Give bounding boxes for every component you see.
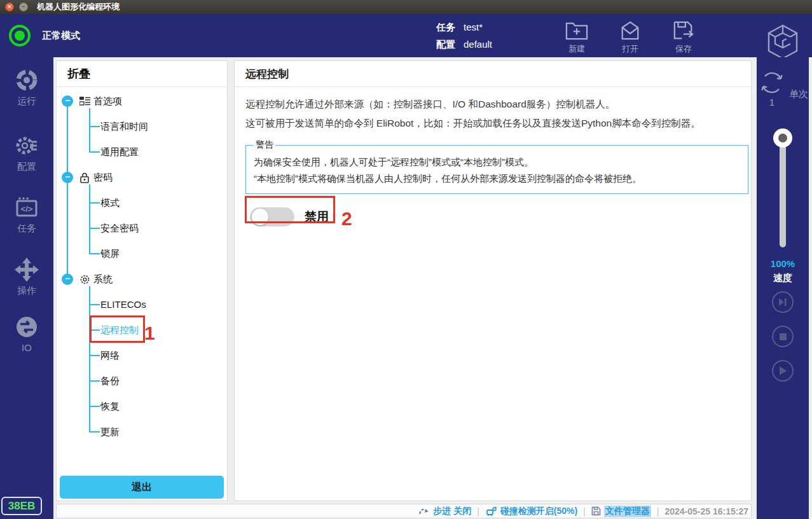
new-task-button[interactable]: 新建 (557, 20, 596, 55)
stop-button[interactable] (772, 326, 794, 347)
new-label: 新建 (568, 44, 585, 53)
task-value: test* (464, 22, 483, 32)
header-actions: 新建 打开 保存 (557, 20, 703, 55)
collapse-node-icon[interactable]: − (62, 273, 73, 285)
right-sidebar: 1 单次 100% 速度 (757, 57, 809, 519)
tree-group-password[interactable]: − 密码 (57, 171, 227, 184)
settings-tree-panel: 折叠 − 首选项 语言和时间 通用配置 (56, 60, 228, 501)
gear-icon (14, 133, 39, 158)
window-titlebar: ✕ − 机器人图形化编程环境 (0, 0, 812, 14)
status-badge[interactable]: 38EB (1, 497, 42, 515)
run-icon (14, 67, 39, 93)
tree-group-preferences[interactable]: − 首选项 (57, 95, 227, 107)
status-bar: 步进 关闭 | 碰撞检测开启(50%) | 文件管理器 | 2024-05-25… (56, 504, 752, 518)
tree-item-network[interactable]: 网络 (57, 349, 227, 362)
floppy-icon (591, 506, 601, 516)
nav-item-operate[interactable]: 操作 (0, 257, 53, 297)
step-mode-icon (418, 507, 430, 516)
svg-text:</>: </> (21, 204, 33, 214)
mode-indicator: 正常模式 (9, 25, 80, 46)
speed-slider-track[interactable] (780, 138, 786, 247)
toggle-state-label: 禁用 (305, 209, 329, 225)
separator: | (657, 506, 659, 516)
file-manager-button[interactable]: 文件管理器 (591, 506, 651, 517)
tree-item-general-config[interactable]: 通用配置 (57, 146, 227, 158)
warning-box: 警告 为确保安全使用，机器人可处于“远程控制”模式或“本地控制”模式。 “本地控… (245, 139, 748, 194)
tree-item-safety-password[interactable]: 安全密码 (57, 222, 227, 235)
task-config-info: 任务test* 配置default (436, 18, 492, 53)
speed-slider-knob[interactable] (773, 128, 792, 148)
play-button[interactable] (772, 360, 794, 382)
app-header: 正常模式 任务test* 配置default 新建 打开 (0, 14, 812, 57)
nav-config-label: 配置 (17, 161, 36, 172)
description-line: 远程控制允许通过外部来源（如：控制器接口、I/O 和Dashboard服务）控制… (245, 95, 748, 114)
tree-group-label: 系统 (93, 273, 113, 286)
tree-item-recovery[interactable]: 恢复 (57, 400, 227, 413)
robot-icon (485, 506, 497, 516)
nav-io-label: IO (22, 342, 32, 353)
lock-icon (79, 172, 90, 183)
config-label: 配置 (436, 39, 455, 50)
left-sidebar: 运行 配置 </> 任务 操作 IO 38EB (0, 57, 53, 519)
tree-group-label: 密码 (93, 171, 113, 184)
remote-control-toggle[interactable] (250, 207, 294, 226)
tree-connector (89, 184, 90, 254)
open-task-button[interactable]: 打开 (610, 20, 650, 55)
settings-tree: − 首选项 语言和时间 通用配置 − 密码 模式 安全密码 (57, 61, 227, 501)
nav-task-label: 任务 (17, 223, 36, 233)
exit-button[interactable]: 退出 (60, 476, 224, 499)
play-icon (778, 366, 787, 376)
list-icon (79, 96, 90, 106)
tree-group-label: 首选项 (93, 95, 122, 107)
nav-item-task[interactable]: </> 任务 (0, 195, 53, 235)
collapse-node-icon[interactable]: − (62, 172, 73, 183)
collision-status[interactable]: 碰撞检测开启(50%) (485, 506, 577, 517)
save-icon (671, 20, 696, 41)
gear-icon (79, 274, 90, 285)
close-icon[interactable]: ✕ (5, 3, 14, 11)
separator: | (583, 506, 586, 516)
io-arrows-icon (14, 314, 39, 340)
open-label: 打开 (622, 44, 638, 53)
single-label: 单次 (789, 88, 808, 99)
normal-mode-icon (9, 25, 31, 46)
collapse-node-icon[interactable]: − (62, 95, 73, 107)
nav-run-label: 运行 (17, 95, 36, 106)
stop-icon (779, 333, 787, 341)
step-forward-icon (778, 297, 788, 307)
toggle-knob[interactable] (252, 209, 268, 225)
tree-item-update[interactable]: 更新 (57, 426, 227, 438)
tree-item-language-time[interactable]: 语言和时间 (57, 120, 227, 133)
separator: | (477, 506, 479, 516)
step-forward-button[interactable] (772, 291, 794, 313)
save-label: 保存 (675, 44, 692, 53)
step-status[interactable]: 步进 关闭 (418, 506, 471, 517)
nav-item-run[interactable]: 运行 (0, 67, 53, 107)
nav-item-config[interactable]: 配置 (0, 133, 53, 173)
nav-item-io[interactable]: IO (0, 314, 53, 353)
speed-label: 速度 (757, 271, 809, 285)
tree-item-lock-screen[interactable]: 锁屏 (57, 247, 227, 260)
window-title: 机器人图形化编程环境 (37, 1, 120, 13)
open-icon (618, 20, 642, 41)
move-arrows-icon (14, 257, 39, 282)
tree-item-backup[interactable]: 备份 (57, 375, 227, 387)
mode-label: 正常模式 (42, 30, 80, 42)
minimize-icon[interactable]: − (19, 3, 28, 11)
tree-group-system[interactable]: − 系统 (57, 273, 227, 286)
warning-line: “本地控制”模式将确保当机器人由人控制时，任何从外部来源发送到控制器的命令将被拒… (254, 170, 740, 187)
save-task-button[interactable]: 保存 (664, 20, 703, 55)
page-title: 远程控制 (235, 61, 751, 87)
tree-item-remote-control[interactable]: 远程控制 (57, 324, 227, 336)
speed-percent: 100% (757, 257, 809, 271)
folder-plus-icon (565, 20, 589, 41)
remote-control-panel: 远程控制 远程控制允许通过外部来源（如：控制器接口、I/O 和Dashboard… (234, 60, 752, 501)
warning-legend: 警告 (254, 139, 275, 151)
description-line: 这可被用于发送简单的命令到 EliRobot，比如：开始或加载任务以及直接发送P… (245, 114, 748, 133)
tree-item-elitecos[interactable]: ELITECOs (57, 298, 227, 311)
clock: 2024-05-25 16:15:27 (664, 506, 748, 516)
warning-line: 为确保安全使用，机器人可处于“远程控制”模式或“本地控制”模式。 (254, 154, 740, 170)
nav-operate-label: 操作 (17, 285, 36, 296)
tree-item-mode[interactable]: 模式 (57, 197, 227, 209)
single-cycle-indicator[interactable]: 1 单次 (757, 68, 809, 100)
